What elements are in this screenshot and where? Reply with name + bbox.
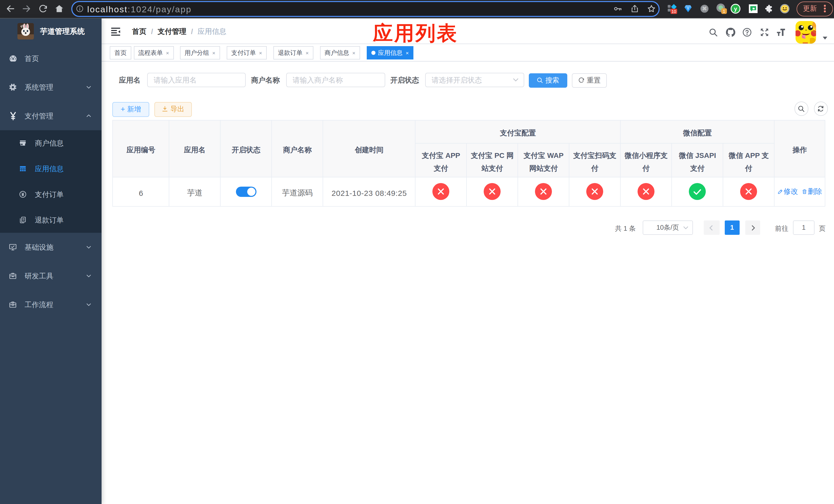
svg-text:1: 1 (723, 9, 725, 14)
svg-text:10: 10 (672, 9, 676, 14)
svg-text:⌘: ⌘ (702, 6, 707, 12)
svg-text:y: y (734, 6, 737, 12)
